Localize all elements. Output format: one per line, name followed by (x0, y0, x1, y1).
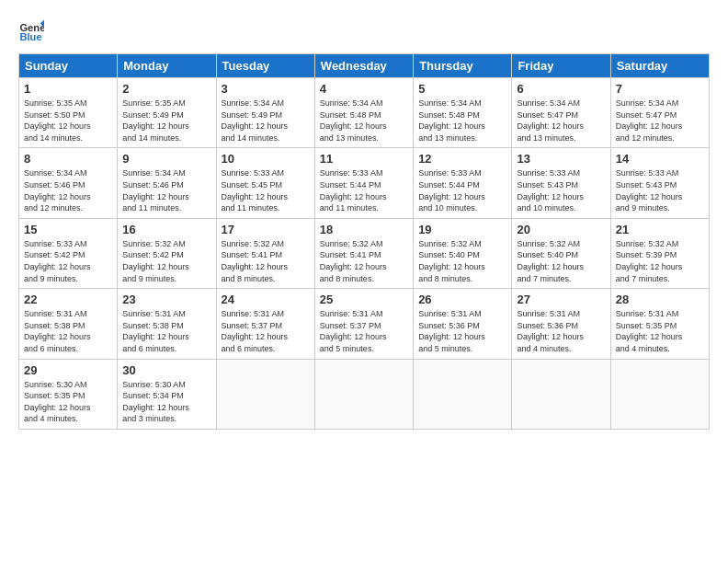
calendar-day-cell: 10Sunrise: 5:33 AM Sunset: 5:45 PM Dayli… (216, 148, 314, 218)
calendar-day-cell: 30Sunrise: 5:30 AM Sunset: 5:34 PM Dayli… (118, 359, 216, 429)
day-info: Sunrise: 5:31 AM Sunset: 5:37 PM Dayligh… (320, 308, 408, 354)
svg-text:Blue: Blue (19, 31, 41, 42)
day-number: 24 (222, 293, 310, 306)
day-info: Sunrise: 5:31 AM Sunset: 5:36 PM Dayligh… (418, 308, 506, 354)
day-number: 15 (24, 223, 112, 236)
day-info: Sunrise: 5:32 AM Sunset: 5:41 PM Dayligh… (320, 238, 408, 284)
calendar-day-cell (414, 359, 512, 429)
calendar-day-cell (314, 359, 413, 429)
day-number: 13 (517, 152, 605, 166)
day-info: Sunrise: 5:30 AM Sunset: 5:35 PM Dayligh… (24, 379, 112, 425)
calendar-day-cell: 9Sunrise: 5:34 AM Sunset: 5:46 PM Daylig… (118, 148, 216, 218)
calendar-day-cell: 16Sunrise: 5:32 AM Sunset: 5:42 PM Dayli… (118, 218, 216, 288)
calendar-day-cell: 17Sunrise: 5:32 AM Sunset: 5:41 PM Dayli… (216, 218, 314, 288)
day-number: 12 (418, 152, 506, 166)
calendar-day-cell: 2Sunrise: 5:35 AM Sunset: 5:49 PM Daylig… (118, 78, 216, 148)
logo-icon: General Blue (18, 18, 44, 44)
day-number: 2 (122, 82, 210, 96)
day-number: 17 (222, 223, 310, 236)
day-number: 27 (517, 293, 605, 306)
calendar-day-cell (512, 359, 610, 429)
day-info: Sunrise: 5:33 AM Sunset: 5:44 PM Dayligh… (320, 167, 408, 213)
day-info: Sunrise: 5:32 AM Sunset: 5:41 PM Dayligh… (222, 238, 310, 284)
calendar-week-row: 15Sunrise: 5:33 AM Sunset: 5:42 PM Dayli… (19, 218, 710, 288)
calendar-day-cell: 14Sunrise: 5:33 AM Sunset: 5:43 PM Dayli… (610, 148, 709, 218)
calendar-day-cell: 28Sunrise: 5:31 AM Sunset: 5:35 PM Dayli… (610, 289, 709, 359)
logo: General Blue (18, 18, 48, 44)
day-number: 16 (122, 223, 210, 236)
day-info: Sunrise: 5:33 AM Sunset: 5:43 PM Dayligh… (616, 167, 704, 213)
calendar-day-cell: 1Sunrise: 5:35 AM Sunset: 5:50 PM Daylig… (19, 78, 118, 148)
calendar-week-row: 1Sunrise: 5:35 AM Sunset: 5:50 PM Daylig… (19, 78, 710, 148)
day-number: 3 (222, 82, 310, 96)
weekday-header-saturday: Saturday (610, 54, 709, 78)
calendar-day-cell: 24Sunrise: 5:31 AM Sunset: 5:37 PM Dayli… (216, 289, 314, 359)
day-number: 20 (517, 223, 605, 236)
day-number: 29 (24, 363, 112, 377)
day-info: Sunrise: 5:34 AM Sunset: 5:49 PM Dayligh… (222, 98, 310, 144)
day-number: 8 (24, 152, 112, 166)
day-info: Sunrise: 5:35 AM Sunset: 5:49 PM Dayligh… (122, 98, 210, 144)
day-info: Sunrise: 5:31 AM Sunset: 5:38 PM Dayligh… (24, 308, 112, 354)
day-info: Sunrise: 5:32 AM Sunset: 5:39 PM Dayligh… (616, 238, 704, 284)
day-info: Sunrise: 5:33 AM Sunset: 5:45 PM Dayligh… (222, 167, 310, 213)
day-info: Sunrise: 5:30 AM Sunset: 5:34 PM Dayligh… (122, 379, 210, 425)
calendar-day-cell: 4Sunrise: 5:34 AM Sunset: 5:48 PM Daylig… (314, 78, 413, 148)
day-number: 26 (418, 293, 506, 306)
calendar-day-cell: 12Sunrise: 5:33 AM Sunset: 5:44 PM Dayli… (414, 148, 512, 218)
calendar-day-cell: 13Sunrise: 5:33 AM Sunset: 5:43 PM Dayli… (512, 148, 610, 218)
day-info: Sunrise: 5:31 AM Sunset: 5:35 PM Dayligh… (616, 308, 704, 354)
weekday-header-tuesday: Tuesday (216, 54, 314, 78)
calendar-day-cell: 6Sunrise: 5:34 AM Sunset: 5:47 PM Daylig… (512, 78, 610, 148)
calendar-day-cell (610, 359, 709, 429)
calendar-day-cell: 26Sunrise: 5:31 AM Sunset: 5:36 PM Dayli… (414, 289, 512, 359)
day-info: Sunrise: 5:33 AM Sunset: 5:44 PM Dayligh… (418, 167, 506, 213)
day-info: Sunrise: 5:32 AM Sunset: 5:40 PM Dayligh… (418, 238, 506, 284)
calendar-day-cell: 22Sunrise: 5:31 AM Sunset: 5:38 PM Dayli… (19, 289, 118, 359)
weekday-header-friday: Friday (512, 54, 610, 78)
day-number: 10 (222, 152, 310, 166)
calendar-day-cell: 21Sunrise: 5:32 AM Sunset: 5:39 PM Dayli… (610, 218, 709, 288)
calendar-week-row: 22Sunrise: 5:31 AM Sunset: 5:38 PM Dayli… (19, 289, 710, 359)
day-number: 28 (616, 293, 704, 306)
day-number: 21 (616, 223, 704, 236)
calendar-day-cell: 11Sunrise: 5:33 AM Sunset: 5:44 PM Dayli… (314, 148, 413, 218)
day-info: Sunrise: 5:34 AM Sunset: 5:48 PM Dayligh… (418, 98, 506, 144)
weekday-header-row: SundayMondayTuesdayWednesdayThursdayFrid… (19, 54, 710, 78)
calendar-day-cell (216, 359, 314, 429)
calendar-day-cell: 29Sunrise: 5:30 AM Sunset: 5:35 PM Dayli… (19, 359, 118, 429)
day-number: 22 (24, 293, 112, 306)
day-info: Sunrise: 5:34 AM Sunset: 5:47 PM Dayligh… (616, 98, 704, 144)
calendar-day-cell: 23Sunrise: 5:31 AM Sunset: 5:38 PM Dayli… (118, 289, 216, 359)
weekday-header-thursday: Thursday (414, 54, 512, 78)
day-number: 4 (320, 82, 408, 96)
day-info: Sunrise: 5:35 AM Sunset: 5:50 PM Dayligh… (24, 98, 112, 144)
calendar-header: SundayMondayTuesdayWednesdayThursdayFrid… (19, 54, 710, 78)
calendar-day-cell: 15Sunrise: 5:33 AM Sunset: 5:42 PM Dayli… (19, 218, 118, 288)
calendar-day-cell: 8Sunrise: 5:34 AM Sunset: 5:46 PM Daylig… (19, 148, 118, 218)
weekday-header-monday: Monday (118, 54, 216, 78)
calendar-day-cell: 27Sunrise: 5:31 AM Sunset: 5:36 PM Dayli… (512, 289, 610, 359)
day-number: 30 (122, 363, 210, 377)
day-info: Sunrise: 5:32 AM Sunset: 5:40 PM Dayligh… (517, 238, 605, 284)
day-info: Sunrise: 5:33 AM Sunset: 5:42 PM Dayligh… (24, 238, 112, 284)
calendar-day-cell: 19Sunrise: 5:32 AM Sunset: 5:40 PM Dayli… (414, 218, 512, 288)
day-number: 6 (517, 82, 605, 96)
calendar-table: SundayMondayTuesdayWednesdayThursdayFrid… (18, 53, 710, 430)
day-info: Sunrise: 5:34 AM Sunset: 5:46 PM Dayligh… (24, 167, 112, 213)
day-info: Sunrise: 5:34 AM Sunset: 5:46 PM Dayligh… (122, 167, 210, 213)
calendar-day-cell: 18Sunrise: 5:32 AM Sunset: 5:41 PM Dayli… (314, 218, 413, 288)
day-info: Sunrise: 5:32 AM Sunset: 5:42 PM Dayligh… (122, 238, 210, 284)
day-number: 11 (320, 152, 408, 166)
day-info: Sunrise: 5:33 AM Sunset: 5:43 PM Dayligh… (517, 167, 605, 213)
day-number: 14 (616, 152, 704, 166)
calendar-day-cell: 25Sunrise: 5:31 AM Sunset: 5:37 PM Dayli… (314, 289, 413, 359)
calendar-day-cell: 20Sunrise: 5:32 AM Sunset: 5:40 PM Dayli… (512, 218, 610, 288)
day-number: 23 (122, 293, 210, 306)
day-number: 19 (418, 223, 506, 236)
day-number: 5 (418, 82, 506, 96)
page-header: General Blue (18, 18, 710, 44)
calendar-body: 1Sunrise: 5:35 AM Sunset: 5:50 PM Daylig… (19, 78, 710, 430)
calendar-day-cell: 3Sunrise: 5:34 AM Sunset: 5:49 PM Daylig… (216, 78, 314, 148)
weekday-header-wednesday: Wednesday (314, 54, 413, 78)
